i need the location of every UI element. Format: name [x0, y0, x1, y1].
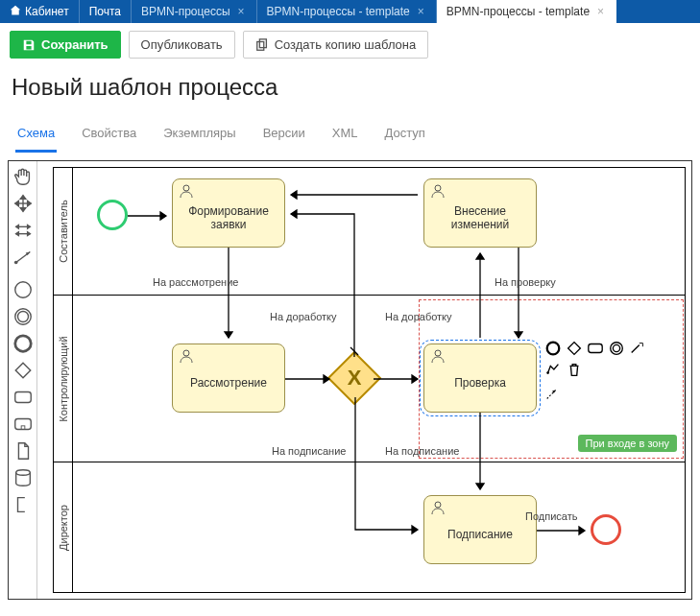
flow-label-to-review: На рассмотрение — [153, 276, 238, 288]
flow-start-to-form[interactable] — [128, 215, 172, 217]
svg-rect-0 — [256, 41, 263, 50]
tab-label: BPMN-процессы - template — [267, 5, 410, 18]
tab-label: BPMN-процессы — [141, 5, 230, 18]
connect-icon[interactable] — [544, 386, 562, 403]
publish-button[interactable]: Опубликовать — [129, 31, 235, 59]
tab-bpmn-processes[interactable]: BPMN-процессы × — [132, 0, 257, 23]
subtab-xml[interactable]: XML — [330, 118, 360, 152]
space-tool-icon[interactable] — [12, 219, 35, 242]
lane-label: Контролирующий — [54, 296, 73, 462]
flow-gateway-to-form[interactable] — [285, 213, 356, 361]
user-icon — [179, 348, 194, 364]
flow-gateway-to-sign[interactable] — [354, 397, 425, 532]
nav-cabinet[interactable]: Кабинет — [0, 0, 80, 23]
lane-label: Составитель — [54, 168, 73, 295]
task-label: Проверка — [454, 376, 506, 390]
svg-rect-1 — [259, 38, 266, 47]
svg-rect-11 — [15, 363, 31, 378]
flow-gateway-to-check[interactable] — [374, 378, 423, 380]
copy-template-button[interactable]: Создать копию шаблона — [243, 31, 429, 59]
lane-composer-text: Составитель — [58, 200, 69, 262]
svg-point-25 — [613, 344, 619, 351]
task-label: Формирование заявки — [177, 204, 280, 231]
save-icon — [22, 38, 36, 52]
lane-composer[interactable]: Составитель — [53, 167, 686, 296]
task-icon[interactable] — [12, 386, 35, 409]
flow-label-rework1: На доработку — [270, 311, 337, 322]
lane-label: Директор — [54, 462, 73, 592]
flow-sign-to-end[interactable] — [537, 530, 591, 532]
user-icon — [430, 348, 446, 364]
close-icon[interactable]: × — [236, 5, 247, 18]
bpmn-palette — [9, 161, 37, 599]
subtab-versions[interactable]: Версии — [261, 118, 307, 152]
flow-amend-to-form[interactable] — [285, 194, 423, 196]
lasso-tool-icon[interactable] — [12, 192, 35, 215]
end-event[interactable] — [591, 514, 621, 545]
task-amend[interactable]: Внесение изменений — [423, 178, 537, 248]
subtab-instances[interactable]: Экземпляры — [161, 118, 237, 152]
tab-bpmn-template-2[interactable]: BPMN-процессы - template × — [437, 0, 616, 23]
append-end-event-icon[interactable] — [544, 340, 562, 357]
close-icon[interactable]: × — [416, 5, 426, 18]
data-store-icon[interactable] — [12, 466, 35, 489]
user-icon — [430, 500, 446, 515]
subtab-scheme[interactable]: Схема — [15, 118, 57, 153]
hand-tool-icon[interactable] — [12, 165, 35, 188]
start-event[interactable] — [97, 200, 128, 230]
gateway-x-icon: X — [335, 359, 374, 397]
append-intermediate-event-icon[interactable] — [608, 340, 625, 357]
publish-label: Опубликовать — [141, 37, 223, 52]
zone-badge: При входе в зону — [578, 435, 677, 452]
exclusive-gateway[interactable]: X — [335, 359, 374, 397]
action-toolbar: Сохранить Опубликовать Создать копию шаб… — [0, 23, 700, 66]
sub-tabs: Схема Свойства Экземпляры Версии XML Дос… — [0, 118, 700, 153]
start-event-icon[interactable] — [12, 278, 35, 301]
flow-amend-to-check[interactable] — [518, 248, 519, 344]
task-form-request[interactable]: Формирование заявки — [172, 178, 285, 248]
save-button[interactable]: Сохранить — [10, 31, 121, 59]
delete-icon[interactable] — [566, 361, 583, 378]
user-icon — [430, 183, 446, 199]
nav-mail[interactable]: Почта — [80, 0, 132, 23]
svg-point-6 — [13, 261, 17, 265]
task-sign[interactable]: Подписание — [423, 495, 537, 564]
task-check[interactable]: Проверка — [423, 344, 537, 413]
append-task-icon[interactable] — [587, 340, 604, 357]
global-connect-icon[interactable] — [12, 246, 35, 269]
task-label: Подписание — [447, 528, 513, 541]
flow-label-to-check: На проверку — [495, 276, 556, 288]
svg-rect-23 — [589, 344, 602, 353]
flow-form-to-review[interactable] — [228, 248, 229, 344]
page-title: Новый шаблон процесса — [0, 66, 700, 118]
svg-point-20 — [435, 502, 441, 508]
copy-icon — [255, 38, 269, 52]
close-icon[interactable]: × — [595, 5, 606, 18]
svg-rect-22 — [568, 343, 581, 355]
text-annotation-icon[interactable] — [12, 493, 35, 516]
flow-check-to-sign[interactable] — [479, 413, 481, 495]
bpmn-canvas[interactable]: Составитель Контролирующий Директор При … — [37, 161, 691, 599]
subprocess-icon[interactable] — [12, 413, 35, 436]
subtab-access[interactable]: Доступ — [383, 118, 427, 152]
subtab-properties[interactable]: Свойства — [80, 118, 138, 152]
svg-point-15 — [15, 470, 30, 476]
data-object-icon[interactable] — [12, 439, 35, 462]
flow-review-to-gateway[interactable] — [285, 378, 335, 380]
tab-bpmn-template-1[interactable]: BPMN-процессы - template × — [257, 0, 437, 23]
gateway-icon[interactable] — [12, 359, 35, 382]
diagram-area: Составитель Контролирующий Директор При … — [8, 160, 692, 600]
flow-label-sign1: На подписание — [272, 445, 346, 457]
svg-point-17 — [435, 185, 441, 191]
append-annotation-icon[interactable] — [629, 340, 646, 357]
svg-point-21 — [547, 343, 560, 355]
end-event-icon[interactable] — [12, 332, 35, 355]
append-gateway-icon[interactable] — [566, 340, 583, 357]
change-type-icon[interactable] — [544, 361, 562, 378]
svg-point-18 — [183, 350, 189, 356]
task-review[interactable]: Рассмотрение — [172, 344, 285, 413]
top-navbar: Кабинет Почта BPMN-процессы × BPMN-проце… — [0, 0, 700, 23]
intermediate-event-icon[interactable] — [12, 305, 35, 328]
tab-label: BPMN-процессы - template — [447, 5, 590, 18]
flow-check-to-amend[interactable] — [479, 248, 481, 344]
